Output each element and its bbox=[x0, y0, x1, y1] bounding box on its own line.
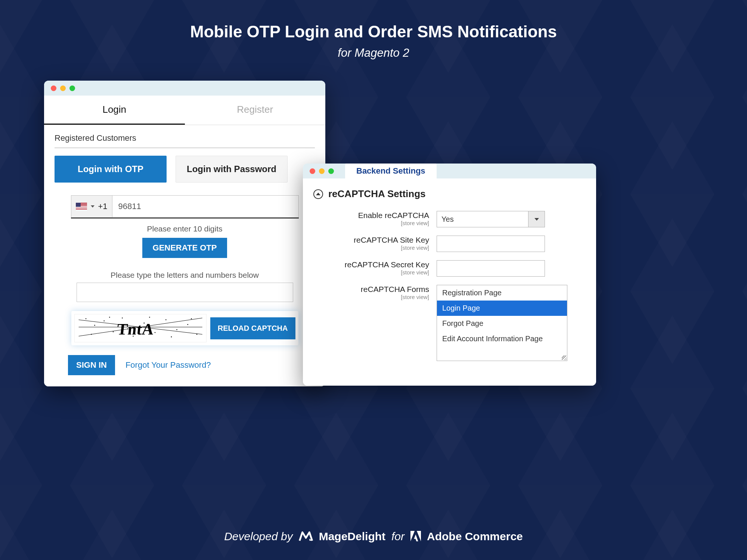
backend-window: Backend Settings reCAPTCHA Settings Enab… bbox=[303, 164, 596, 386]
dial-code: +1 bbox=[98, 202, 108, 211]
adobe-logo-icon bbox=[410, 531, 421, 542]
close-icon[interactable] bbox=[51, 85, 56, 91]
phone-input-row: +1 bbox=[71, 195, 299, 218]
collapse-toggle-icon bbox=[313, 189, 323, 199]
developed-by-label: Developed by bbox=[224, 530, 292, 543]
recaptcha-forms-label: reCAPTCHA Forms bbox=[313, 285, 429, 294]
secret-key-label: reCAPTCHA Secret Key bbox=[313, 260, 429, 269]
ms-option-forgot[interactable]: Forgot Page bbox=[437, 316, 567, 331]
svg-point-19 bbox=[171, 336, 172, 337]
generate-otp-button[interactable]: GENERATE OTP bbox=[142, 238, 227, 258]
secret-key-row: reCAPTCHA Secret Key [store view] bbox=[313, 260, 586, 277]
section-header[interactable]: reCAPTCHA Settings bbox=[313, 188, 586, 200]
captcha-row: TntA RELOAD CAPTCHA bbox=[71, 311, 298, 345]
svg-point-16 bbox=[109, 317, 110, 318]
captcha-input[interactable] bbox=[77, 283, 293, 302]
svg-point-6 bbox=[112, 331, 114, 332]
svg-point-7 bbox=[122, 317, 123, 318]
site-key-input[interactable] bbox=[437, 236, 545, 252]
svg-point-18 bbox=[149, 317, 150, 318]
svg-point-4 bbox=[94, 325, 95, 326]
scope-label: [store view] bbox=[313, 245, 429, 251]
registered-customers-heading: Registered Customers bbox=[55, 133, 315, 148]
chevron-down-icon bbox=[534, 218, 539, 221]
window-titlebar bbox=[44, 81, 325, 96]
recaptcha-forms-multiselect[interactable]: Registration Page Login Page Forgot Page… bbox=[437, 285, 567, 361]
page-title: Mobile OTP Login and Order SMS Notificat… bbox=[0, 22, 747, 41]
svg-point-11 bbox=[165, 319, 167, 320]
footer: Developed by MageDelight for Adobe Comme… bbox=[0, 530, 747, 543]
backend-body: reCAPTCHA Settings Enable reCAPTCHA [sto… bbox=[303, 178, 596, 386]
svg-point-20 bbox=[191, 318, 192, 319]
page-subtitle: for Magento 2 bbox=[0, 46, 747, 60]
recaptcha-forms-row: reCAPTCHA Forms [store view] Registratio… bbox=[313, 285, 586, 361]
login-method-toggle: Login with OTP Login with Password bbox=[55, 156, 315, 183]
us-flag-icon bbox=[76, 203, 87, 210]
country-code-selector[interactable]: +1 bbox=[71, 196, 112, 217]
page-header: Mobile OTP Login and Order SMS Notificat… bbox=[0, 22, 747, 60]
phone-number-input[interactable] bbox=[112, 202, 298, 211]
window-tab-label: Backend Settings bbox=[345, 164, 437, 180]
ms-option-edit-account[interactable]: Edit Account Information Page bbox=[437, 331, 567, 346]
scope-label: [store view] bbox=[313, 220, 429, 226]
captcha-image: TntA bbox=[74, 314, 207, 342]
svg-point-13 bbox=[187, 324, 188, 325]
window-titlebar: Backend Settings bbox=[303, 164, 596, 178]
phone-hint: Please enter 10 digits bbox=[55, 224, 315, 233]
svg-text:TntA: TntA bbox=[116, 320, 155, 338]
secret-key-input[interactable] bbox=[437, 260, 545, 277]
captcha-label: Please type the letters and numbers belo… bbox=[55, 271, 315, 280]
magedelight-brand: MageDelight bbox=[319, 530, 385, 543]
tab-register[interactable]: Register bbox=[185, 96, 326, 125]
signin-row: SIGN IN Forgot Your Password? bbox=[68, 355, 315, 375]
select-value: Yes bbox=[437, 211, 529, 227]
login-body: Login Register Registered Customers Logi… bbox=[44, 96, 325, 386]
section-title: reCAPTCHA Settings bbox=[328, 188, 426, 200]
for-label: for bbox=[391, 530, 405, 543]
auth-tabs: Login Register bbox=[44, 96, 325, 125]
maximize-icon[interactable] bbox=[328, 168, 334, 174]
maximize-icon[interactable] bbox=[69, 85, 75, 91]
svg-point-14 bbox=[196, 334, 197, 335]
tab-login[interactable]: Login bbox=[44, 96, 185, 125]
scope-label: [store view] bbox=[313, 294, 429, 300]
adobe-commerce-brand: Adobe Commerce bbox=[427, 530, 523, 543]
phone-underline bbox=[71, 218, 299, 218]
svg-point-3 bbox=[85, 318, 86, 319]
minimize-icon[interactable] bbox=[319, 168, 325, 174]
minimize-icon[interactable] bbox=[60, 85, 66, 91]
login-with-password-button[interactable]: Login with Password bbox=[176, 156, 288, 183]
svg-point-15 bbox=[91, 334, 92, 335]
enable-recaptcha-row: Enable reCAPTCHA [store view] Yes bbox=[313, 211, 586, 227]
svg-point-12 bbox=[176, 329, 177, 330]
forgot-password-link[interactable]: Forgot Your Password? bbox=[125, 360, 211, 370]
login-with-otp-button[interactable]: Login with OTP bbox=[55, 156, 167, 183]
select-dropdown-button bbox=[529, 211, 545, 227]
site-key-row: reCAPTCHA Site Key [store view] bbox=[313, 236, 586, 252]
chevron-down-icon bbox=[91, 205, 94, 208]
reload-captcha-button[interactable]: RELOAD CAPTCHA bbox=[210, 317, 295, 339]
scope-label: [store view] bbox=[313, 269, 429, 276]
svg-point-10 bbox=[154, 332, 155, 333]
magedelight-logo-icon bbox=[299, 531, 313, 542]
site-key-label: reCAPTCHA Site Key bbox=[313, 236, 429, 245]
enable-recaptcha-label: Enable reCAPTCHA bbox=[313, 211, 429, 220]
sign-in-button[interactable]: SIGN IN bbox=[68, 355, 115, 375]
ms-option-login[interactable]: Login Page bbox=[437, 301, 567, 316]
ms-option-registration[interactable]: Registration Page bbox=[437, 285, 567, 301]
close-icon[interactable] bbox=[310, 168, 315, 174]
svg-point-5 bbox=[103, 320, 105, 321]
login-window: Login Register Registered Customers Logi… bbox=[44, 81, 325, 386]
enable-recaptcha-select[interactable]: Yes bbox=[437, 211, 545, 227]
